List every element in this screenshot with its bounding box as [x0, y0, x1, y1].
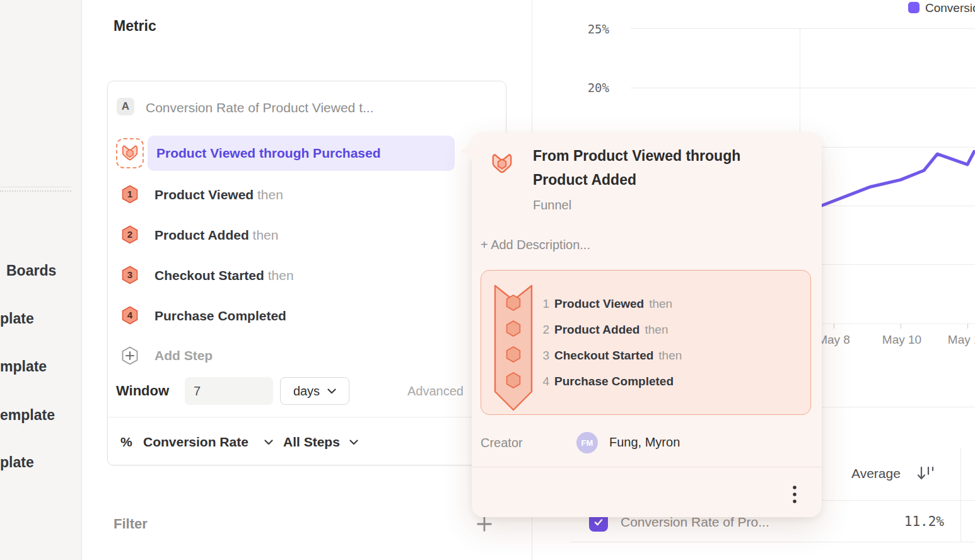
- popover-title-line2: Product Added: [533, 168, 766, 192]
- step-2-suffix: then: [253, 228, 279, 242]
- popover-title-line1: From Product Viewed through: [533, 144, 766, 168]
- creator-avatar: FM: [576, 432, 598, 453]
- sidebar: [0, 0, 82, 560]
- window-label: Window: [116, 383, 169, 399]
- popover-step-2-name: Product Added: [554, 323, 639, 337]
- sidebar-item-template-1[interactable]: plate: [0, 310, 34, 327]
- popover-type-label: Funnel: [533, 198, 571, 213]
- svg-text:4: 4: [127, 310, 133, 320]
- chevron-down-icon[interactable]: [349, 440, 358, 445]
- step-3-name: Checkout Started: [155, 268, 264, 283]
- x-axis-tick: [967, 324, 968, 329]
- step-3-row[interactable]: Checkout Started then: [155, 268, 294, 283]
- sort-descending-icon[interactable]: [916, 465, 936, 484]
- popover-step-3-num: 3: [542, 349, 549, 363]
- legend-series-label[interactable]: Conversion Rate of Pro...: [925, 1, 975, 16]
- svg-text:1: 1: [127, 189, 132, 199]
- sidebar-item-template-3[interactable]: emplate: [0, 407, 55, 424]
- trend-line: [822, 151, 974, 206]
- popover-title: From Product Viewed through Product Adde…: [533, 144, 766, 192]
- step-2-name: Product Added: [155, 228, 249, 242]
- window-value-input[interactable]: [185, 377, 273, 405]
- card-divider: [108, 417, 506, 417]
- popover-step-1-name: Product Viewed: [554, 297, 644, 311]
- add-description-link[interactable]: + Add Description...: [481, 238, 590, 252]
- popover-step-3-name: Checkout Started: [554, 349, 653, 363]
- popover-step-2-num: 2: [542, 323, 549, 337]
- legend-swatch: [908, 2, 920, 13]
- step-3-icon: 3: [122, 265, 138, 284]
- popover-footer-divider: [472, 467, 822, 467]
- kebab-menu-icon: [793, 486, 797, 503]
- popover-step-1-num: 1: [542, 297, 549, 311]
- metric-section-title: Metric: [114, 18, 156, 35]
- funnel-steps-preview-card: 1 Product Viewed then 2 Product Added th…: [481, 270, 811, 415]
- popover-arrow: [460, 143, 472, 160]
- step-4-row[interactable]: Purchase Completed: [155, 308, 286, 324]
- gridline: [631, 28, 975, 29]
- percent-symbol: %: [120, 435, 132, 450]
- popover-step-1: 1 Product Viewed then: [542, 297, 672, 311]
- step-2-icon: 2: [122, 225, 138, 244]
- chevron-down-icon[interactable]: [264, 440, 273, 445]
- funnel-icon: [120, 143, 139, 163]
- metric-card: A Conversion Rate of Product Viewed t...…: [107, 81, 506, 465]
- window-unit-select[interactable]: days: [280, 377, 349, 405]
- popover-step-4-name: Purchase Completed: [554, 375, 674, 388]
- funnel-details-popover: From Product Viewed through Product Adde…: [472, 132, 822, 517]
- measure-dropdown[interactable]: Conversion Rate: [143, 435, 248, 450]
- popover-step-4-num: 4: [542, 375, 549, 388]
- add-step-icon[interactable]: [120, 346, 139, 365]
- step-1-suffix: then: [257, 187, 283, 202]
- sidebar-item-template-4[interactable]: plate: [0, 454, 34, 471]
- add-step-button[interactable]: Add Step: [155, 348, 213, 363]
- filter-section-title: Filter: [114, 516, 148, 532]
- y-axis-tick-25: 25%: [571, 22, 609, 36]
- x-axis-tick: [834, 324, 834, 329]
- funnel-metric-builder-screen: Boards plate mplate emplate plate Metric…: [0, 0, 975, 560]
- sidebar-item-template-2[interactable]: mplate: [0, 358, 47, 375]
- steps-scope-dropdown[interactable]: All Steps: [283, 435, 340, 450]
- step-1-name: Product Viewed: [155, 187, 254, 202]
- metric-card-title: Conversion Rate of Product Viewed t...: [146, 100, 373, 115]
- funnel-ribbon-icon: [494, 284, 533, 412]
- svg-text:3: 3: [127, 269, 132, 280]
- table-column-divider: [960, 448, 961, 542]
- step-4-name: Purchase Completed: [155, 308, 286, 323]
- average-column-header[interactable]: Average: [851, 466, 901, 481]
- sidebar-dotted-divider: [0, 190, 71, 192]
- step-1-icon: 1: [122, 185, 138, 204]
- x-axis-label-may10: May 10: [873, 333, 930, 347]
- funnel-selected-icon[interactable]: [116, 138, 144, 168]
- sidebar-item-boards[interactable]: Boards: [6, 262, 56, 279]
- selected-funnel-step-pill[interactable]: Product Viewed through Purchased: [148, 136, 455, 171]
- creator-name: Fung, Myron: [609, 435, 680, 450]
- popover-step-3: 3 Checkout Started then: [542, 349, 682, 363]
- creator-label: Creator: [481, 436, 523, 450]
- more-options-button[interactable]: [782, 481, 807, 508]
- step-1-row[interactable]: Product Viewed then: [155, 187, 283, 202]
- popover-step-1-suffix: then: [649, 297, 672, 311]
- gridline: [631, 88, 975, 88]
- x-axis-tick: [901, 324, 901, 329]
- plus-icon: [475, 515, 494, 534]
- step-2-row[interactable]: Product Added then: [155, 228, 278, 243]
- selected-funnel-step-label: Product Viewed through Purchased: [156, 146, 381, 161]
- funnel-icon: [489, 151, 515, 177]
- check-icon: [593, 516, 604, 528]
- advanced-link[interactable]: Advanced: [407, 384, 464, 399]
- table-row-average-value: 11.2%: [870, 514, 944, 529]
- add-filter-button[interactable]: [475, 515, 494, 534]
- popover-step-2-suffix: then: [645, 323, 668, 337]
- step-3-suffix: then: [268, 268, 294, 283]
- svg-text:2: 2: [127, 229, 132, 240]
- y-axis-tick-20: 20%: [571, 81, 609, 95]
- sidebar-divider: [0, 187, 71, 187]
- metric-letter-badge: A: [117, 98, 134, 115]
- chevron-down-icon: [327, 388, 336, 394]
- popover-step-3-suffix: then: [658, 349, 682, 363]
- x-axis-label-may12: May 12: [939, 333, 975, 347]
- step-4-icon: 4: [122, 306, 138, 325]
- popover-step-2: 2 Product Added then: [542, 323, 668, 337]
- window-unit-value: days: [293, 384, 320, 399]
